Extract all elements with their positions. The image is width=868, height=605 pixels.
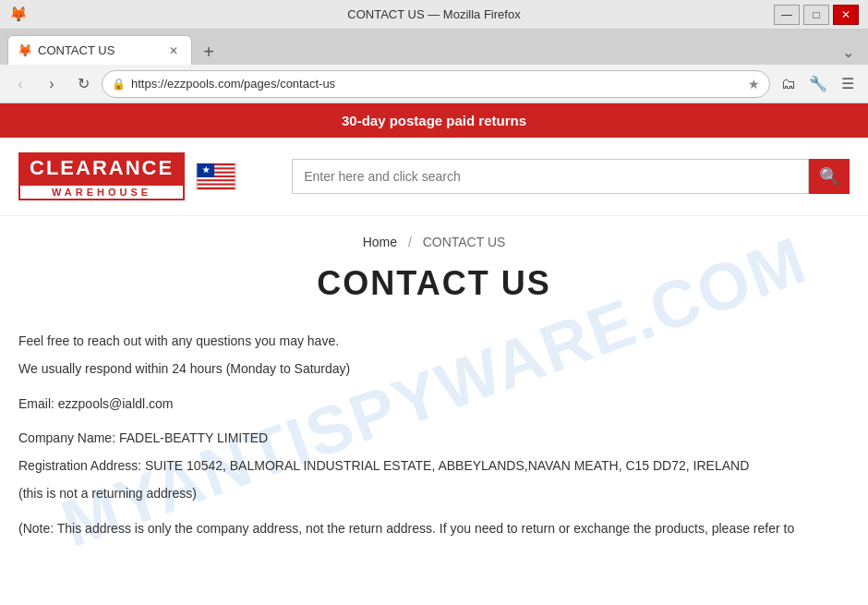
refresh-button[interactable]: ↻	[70, 71, 96, 97]
logo-warehouse-text: WAREHOUSE	[18, 184, 185, 200]
search-button[interactable]: 🔍	[809, 159, 850, 194]
page-content: 30-day postage paid returns CLEARANCE WA…	[0, 103, 868, 567]
email-line: Email: ezzpools@ialdl.com	[18, 393, 850, 416]
tab-label: CONTACT US	[38, 43, 160, 57]
not-returning-address-line: (this is not a returning address)	[18, 483, 850, 505]
menu-button[interactable]: ☰	[835, 71, 861, 97]
promo-text: 30-day postage paid returns	[342, 113, 526, 128]
tab-favicon: 🦊	[18, 43, 32, 58]
navbar: ‹ › ↻ 🔒 https://ezzpools.com/pages/conta…	[0, 65, 868, 103]
registration-address-line: Registration Address: SUITE 10542, BALMO…	[18, 455, 850, 478]
svg-rect-5	[198, 181, 235, 183]
svg-text:★: ★	[202, 165, 211, 175]
svg-rect-6	[198, 186, 235, 188]
bookmark-icon[interactable]: ★	[748, 77, 760, 91]
svg-rect-4	[198, 177, 235, 179]
page-title: CONTACT US	[18, 264, 850, 303]
nav-extras: 🗂 🔧 ☰	[776, 71, 861, 97]
promo-banner: 30-day postage paid returns	[0, 103, 868, 138]
site-header: CLEARANCE WAREHOUSE ★ 🔍	[0, 138, 868, 216]
extensions-button[interactable]: 🔧	[805, 71, 831, 97]
intro-line-1: Feel free to reach out with any question…	[18, 331, 850, 353]
minimize-button[interactable]: —	[774, 5, 800, 25]
page-body: MYANTISPYWARE.COM Home / CONTACT US CONT…	[0, 216, 868, 567]
url-text: https://ezzpools.com/pages/contact-us	[131, 77, 742, 91]
new-tab-button[interactable]: +	[196, 39, 222, 65]
titlebar-title: CONTACT US — Mozilla Firefox	[347, 7, 520, 21]
tab-list-button[interactable]: ⌄	[835, 39, 861, 65]
search-input[interactable]	[292, 159, 809, 194]
breadcrumb-home-link[interactable]: Home	[363, 235, 397, 249]
forward-button[interactable]: ›	[39, 71, 65, 97]
search-icon: 🔍	[819, 166, 839, 187]
intro-line-2: We usually respond within 24 hours (Mond…	[18, 358, 850, 381]
note-line: (Note: This address is only the company …	[18, 518, 850, 540]
logo-box: CLEARANCE WAREHOUSE	[18, 152, 185, 200]
company-name-line: Company Name: FADEL-BEATTY LIMITED	[18, 428, 850, 450]
security-icon: 🔒	[112, 78, 126, 91]
logo-area[interactable]: CLEARANCE WAREHOUSE ★	[18, 152, 236, 200]
us-flag-icon: ★	[196, 163, 236, 190]
contact-content: Feel free to reach out with any question…	[18, 331, 850, 540]
tabbar: 🦊 CONTACT US ✕ + ⌄	[0, 30, 868, 65]
pocket-button[interactable]: 🗂	[776, 71, 802, 97]
breadcrumb: Home / CONTACT US	[18, 235, 850, 249]
back-button[interactable]: ‹	[7, 71, 33, 97]
titlebar: 🦊 CONTACT US — Mozilla Firefox — □ ✕	[0, 0, 868, 30]
breadcrumb-separator: /	[408, 235, 412, 249]
browser-tab-contact[interactable]: 🦊 CONTACT US ✕	[7, 35, 192, 65]
maximize-button[interactable]: □	[803, 5, 829, 25]
logo-clearance-text: CLEARANCE	[18, 152, 185, 184]
breadcrumb-current: CONTACT US	[423, 235, 506, 249]
search-area: 🔍	[292, 159, 850, 194]
tab-close-button[interactable]: ✕	[165, 42, 182, 59]
address-bar[interactable]: 🔒 https://ezzpools.com/pages/contact-us …	[102, 70, 770, 98]
window-controls: — □ ✕	[774, 5, 859, 25]
close-button[interactable]: ✕	[833, 5, 859, 25]
